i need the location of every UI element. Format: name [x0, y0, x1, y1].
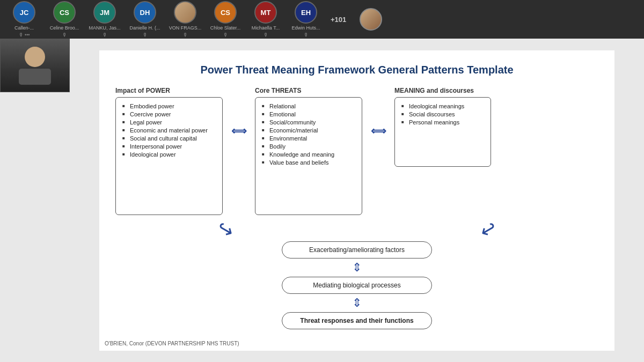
avatar-2: JM: [93, 1, 116, 24]
list-item: Value base and beliefs: [262, 159, 355, 166]
webcam-person: [1, 39, 69, 92]
list-item: Coercive power: [122, 111, 216, 117]
power-box: Embodied powerCoercive powerLegal powerE…: [115, 97, 223, 215]
vertical-arrow-2: ⇕: [352, 296, 362, 310]
power-label: Impact of POWER: [115, 87, 223, 94]
participant-3: DH Danielle H. (... 🎙: [126, 1, 164, 38]
arrow-1: ⟺: [223, 87, 255, 137]
mediating-box: Mediating biological processes: [282, 277, 432, 294]
exacerbating-box: Exacerbating/ameliorating factors: [282, 241, 432, 258]
meaning-column: MEANING and discourses Ideological meani…: [394, 87, 491, 167]
participant-icons-4: 🎙: [183, 32, 188, 38]
lower-section: ↪ ↪ Exacerbating/ameliorating factors ⇕ …: [115, 220, 598, 329]
plus-count: +101: [327, 14, 349, 25]
meaning-list: Ideological meaningsSocial discoursesPer…: [401, 103, 484, 125]
list-item: Bodily: [262, 143, 355, 150]
list-item: Ideological power: [122, 151, 216, 158]
list-item: Social discourses: [401, 111, 484, 117]
list-item: Emotional: [262, 111, 355, 117]
list-item: Economic/material: [262, 127, 355, 134]
list-item: Legal power: [122, 119, 216, 125]
presenter-label: O'BRIEN, Conor (DEVON PARTNERSHIP NHS TR…: [105, 341, 239, 346]
list-item: Interpersonal power: [122, 143, 216, 150]
meaning-label: MEANING and discourses: [394, 87, 491, 94]
vertical-arrow-1: ⇕: [352, 261, 362, 275]
participant-icons-2: 🎙: [103, 32, 107, 38]
slide-title: Power Threat Meaning Framework General P…: [115, 64, 598, 76]
participant-name-1: Celine Broo...: [50, 25, 79, 31]
power-list: Embodied powerCoercive powerLegal powerE…: [122, 103, 216, 158]
avatar-7: EH: [295, 1, 317, 24]
participant-icons-5: 🎙: [223, 32, 228, 38]
participant-icons-0: 🎙 •••: [19, 32, 30, 38]
list-item: Relational: [262, 103, 355, 109]
avatar-4: [174, 1, 196, 24]
participant-name-0: Callen-...: [14, 25, 34, 31]
threats-box: RelationalEmotionalSocial/communityEcono…: [255, 97, 362, 215]
power-column: Impact of POWER Embodied powerCoercive p…: [115, 87, 223, 215]
webcam-box: [0, 39, 70, 92]
curved-arrow-right: ↪: [477, 217, 500, 241]
meaning-box: Ideological meaningsSocial discoursesPer…: [394, 97, 491, 167]
participant-name-2: MANKU, Jas...: [89, 25, 120, 31]
main-content-area: Power Threat Meaning Framework General P…: [0, 39, 644, 362]
participant-4: VON FRAGS... 🎙: [166, 1, 204, 38]
participant-name-7: Edwin Huts...: [291, 25, 320, 31]
participant-photo: [352, 8, 390, 31]
participant-icons-7: 🎙: [304, 32, 309, 38]
threat-responses-box: Threat responses and their functions: [282, 312, 432, 329]
list-item: Social/community: [262, 119, 355, 125]
list-item: Personal meanings: [401, 119, 484, 125]
avatar-6: MT: [254, 1, 277, 24]
slide-container: Power Threat Meaning Framework General P…: [99, 50, 614, 351]
participants-row: JC Callen-... 🎙 ••• CS Celine Broo... 🎙 …: [5, 0, 390, 39]
list-item: Social and cultural capital: [122, 135, 216, 142]
participant-name-5: Chloe Slater...: [210, 25, 241, 31]
participant-name-3: Danielle H. (...: [129, 25, 160, 31]
threats-column: Core THREATS RelationalEmotionalSocial/c…: [255, 87, 362, 215]
list-item: Ideological meanings: [401, 103, 484, 109]
curved-arrow-left: ↪: [214, 217, 237, 241]
participant-0: JC Callen-... 🎙 •••: [5, 1, 43, 38]
curved-arrows-top: ↪ ↪: [201, 220, 513, 239]
threats-list: RelationalEmotionalSocial/communityEcono…: [262, 103, 355, 166]
avatar-5: CS: [214, 1, 237, 24]
list-item: Knowledge and meaning: [262, 151, 355, 158]
participant-1: CS Celine Broo... 🎙: [46, 1, 83, 38]
avatar-3: DH: [134, 1, 156, 24]
participant-6: MT Michaella T... 🎙: [247, 1, 284, 38]
avatar-0: JC: [13, 1, 35, 24]
participant-2: JM MANKU, Jas... 🎙: [86, 1, 123, 38]
avatar-1: CS: [53, 1, 76, 24]
participant-5: CS Chloe Slater... 🎙: [207, 1, 244, 38]
arrow-2: ⟺: [362, 87, 394, 137]
participant-icons-6: 🎙: [264, 32, 268, 38]
list-item: Embodied power: [122, 103, 216, 109]
photo-avatar: [360, 8, 382, 31]
participant-icons-1: 🎙: [62, 32, 67, 38]
participant-7: EH Edwin Huts... 🎙: [287, 1, 325, 38]
threats-label: Core THREATS: [255, 87, 362, 94]
meeting-top-bar: JC Callen-... 🎙 ••• CS Celine Broo... 🎙 …: [0, 0, 644, 39]
list-item: Economic and material power: [122, 127, 216, 134]
list-item: Environmental: [262, 135, 355, 142]
participant-name-6: Michaella T...: [252, 25, 280, 31]
participant-name-4: VON FRAGS...: [169, 25, 202, 31]
participant-icons-3: 🎙: [143, 32, 148, 38]
